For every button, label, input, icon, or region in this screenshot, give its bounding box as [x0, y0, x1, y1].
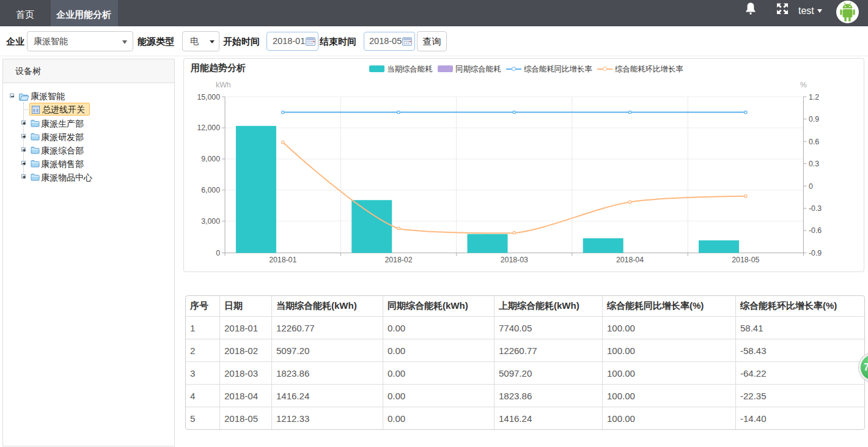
svg-text:kWh: kWh	[216, 81, 231, 89]
svg-text:-0.9: -0.9	[809, 249, 822, 257]
svg-text:0: 0	[216, 249, 220, 257]
svg-text:2018-03: 2018-03	[501, 256, 528, 264]
svg-text:-0.6: -0.6	[809, 226, 822, 235]
svg-text:6,000: 6,000	[201, 186, 220, 194]
svg-text:2018-01: 2018-01	[269, 256, 296, 264]
svg-text:0: 0	[809, 182, 813, 191]
svg-text:-0.3: -0.3	[809, 204, 822, 213]
svg-text:3,000: 3,000	[201, 217, 220, 226]
svg-text:1.2: 1.2	[809, 93, 819, 102]
svg-text:2018-02: 2018-02	[384, 256, 412, 264]
svg-text:15,000: 15,000	[197, 93, 220, 102]
svg-text:0.9: 0.9	[809, 115, 819, 124]
svg-text:0.3: 0.3	[809, 160, 819, 168]
svg-text:12,000: 12,000	[197, 124, 220, 132]
svg-text:2018-04: 2018-04	[616, 256, 644, 264]
svg-text:0.6: 0.6	[809, 138, 819, 146]
svg-text:2018-05: 2018-05	[732, 256, 759, 264]
svg-text:9,000: 9,000	[201, 155, 220, 163]
svg-text:%: %	[800, 81, 807, 89]
